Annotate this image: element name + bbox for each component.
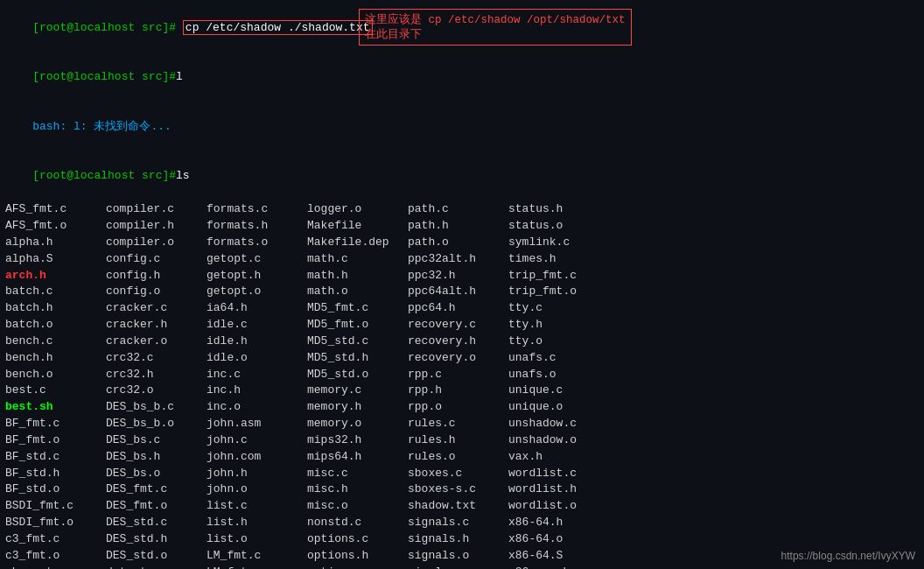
ls-file: BF_fmt.o: [5, 432, 106, 449]
ls-file: MD5_fmt.c: [307, 300, 408, 317]
ls-file: formats.o: [206, 235, 307, 251]
ls-file: crc32.o: [106, 383, 206, 399]
ls-file: math.h: [307, 268, 408, 284]
ls-file: times.h: [508, 251, 609, 268]
ls-file: rules.o: [408, 449, 508, 466]
ls-file: ia64.h: [206, 300, 307, 317]
ls-file: nonstd.c: [307, 515, 408, 531]
ls-file: list.o: [206, 531, 307, 548]
ls-file: unique.c: [508, 383, 609, 399]
ls-file: DES_bs.h: [106, 449, 206, 466]
ls-file: x86-64.S: [508, 548, 609, 565]
ls-file: DES_fmt.c: [106, 481, 206, 498]
ls-file: best.c: [5, 383, 106, 399]
ls-file: BSDI_fmt.o: [5, 515, 106, 531]
ls-file: MD5_std.o: [307, 367, 408, 383]
ls-file: Makefile: [307, 218, 408, 235]
ls-file: alpha.h: [5, 235, 106, 251]
ls-file: LM_fmt.c: [206, 548, 307, 565]
ls-file: config.h: [106, 268, 206, 284]
ls-file: options.c: [307, 531, 408, 548]
ls-file: c3_fmt.o: [5, 548, 106, 565]
ls-file: signals.h: [408, 531, 508, 548]
ls-file: ppc32.h: [408, 268, 508, 284]
ls-file: alpha.S: [5, 251, 106, 268]
ls-file: john.com: [206, 449, 307, 466]
ls-file: DES_fmt.o: [106, 498, 206, 515]
ls-file: mips32.h: [307, 432, 408, 449]
ls-file: BF_std.h: [5, 466, 106, 482]
ls-file: getopt.o: [206, 284, 307, 300]
ls-file: rules.h: [408, 432, 508, 449]
ls-file: ppc32alt.h: [408, 251, 508, 268]
ls-file: math.c: [307, 251, 408, 268]
ls-file: BF_std.c: [5, 449, 106, 466]
ls-file: tty.o: [508, 334, 609, 350]
annotation-box: 这里应该是 cp /etc/shadow /opt/shadow/txt 在此目…: [359, 9, 632, 46]
ls-file: sboxes-s.c: [408, 481, 508, 498]
ls-file: options.h: [307, 548, 408, 565]
ls-file: DES_bs.c: [106, 432, 206, 449]
ls-file: inc.h: [206, 383, 307, 399]
ls-file: unafs.c: [508, 350, 609, 367]
ls-file: ppc64alt.h: [408, 284, 508, 300]
ls-file: x86-any.h: [508, 565, 609, 569]
ls-file: BF_fmt.c: [5, 416, 106, 432]
ls-file: misc.h: [307, 481, 408, 498]
ls-file: john.c: [206, 432, 307, 449]
ls-file: list.h: [206, 515, 307, 531]
ls-file: getopt.h: [206, 268, 307, 284]
ls-file: x86-64.h: [508, 515, 609, 531]
ls-file: misc.o: [307, 498, 408, 515]
ls-file: idle.h: [206, 334, 307, 350]
ls-file: wordlist.c: [508, 466, 609, 482]
ls-file: path.c: [408, 201, 508, 218]
ls-file: batch.h: [5, 300, 106, 317]
ls-file: compiler.c: [106, 201, 206, 218]
ls-file: status.o: [508, 218, 609, 235]
ls-file: batch.c: [5, 284, 106, 300]
prompt-3: [root@localhost src]#: [32, 169, 176, 182]
ls-file: idle.c: [206, 317, 307, 334]
terminal: [root@localhost src]# cp /etc/shadow ./s…: [0, 0, 924, 569]
ls-file: status.h: [508, 201, 609, 218]
ls-file: BSDI_fmt.c: [5, 498, 106, 515]
ls-file: MD5_fmt.o: [307, 317, 408, 334]
ls-file: c3_fmt.c: [5, 531, 106, 548]
ls-file: bench.c: [5, 334, 106, 350]
ls-file: formats.c: [206, 201, 307, 218]
ls-file: options.o: [307, 565, 408, 569]
ls-file: LM_fmt.o: [206, 565, 307, 569]
ls-file: unshadow.c: [508, 416, 609, 432]
ls-file: unafs.o: [508, 367, 609, 383]
ls-file: cracker.o: [106, 334, 206, 350]
ls-file: wordlist.o: [508, 498, 609, 515]
ls-file: config.o: [106, 284, 206, 300]
ls-file: inc.c: [206, 367, 307, 383]
ls-file: trip_fmt.o: [508, 284, 609, 300]
ls-file: DES_bs.o: [106, 466, 206, 482]
ls-file: tty.h: [508, 317, 609, 334]
ls-file: symlink.c: [508, 235, 609, 251]
ls-file: list.c: [206, 498, 307, 515]
ls-file: recovery.h: [408, 334, 508, 350]
ls-file: vax.h: [508, 449, 609, 466]
ls-file: bench.o: [5, 367, 106, 383]
error-text: bash: l: 未找到命令...: [32, 120, 172, 133]
ls-file: x86-64.o: [508, 531, 609, 548]
ls-file: sboxes.c: [408, 466, 508, 482]
line-ls: [root@localhost src]#ls: [5, 152, 919, 202]
ls-file: cracker.c: [106, 300, 206, 317]
ls-file: AFS_fmt.o: [5, 218, 106, 235]
annotation-line2: 在此目录下: [365, 27, 626, 42]
ls-file: signals.c: [408, 515, 508, 531]
ls-file: recovery.o: [408, 350, 508, 367]
ls-file: john.o: [206, 481, 307, 498]
cmd-cp: cp /etc/shadow ./shadow.txt: [176, 20, 372, 35]
cmd-ls: ls: [176, 169, 190, 182]
ls-file: john.asm: [206, 416, 307, 432]
ls-file: BF_std.o: [5, 481, 106, 498]
ls-file: tty.c: [508, 300, 609, 317]
ls-file: memory.o: [307, 416, 408, 432]
ls-file: charset.c: [5, 565, 106, 569]
